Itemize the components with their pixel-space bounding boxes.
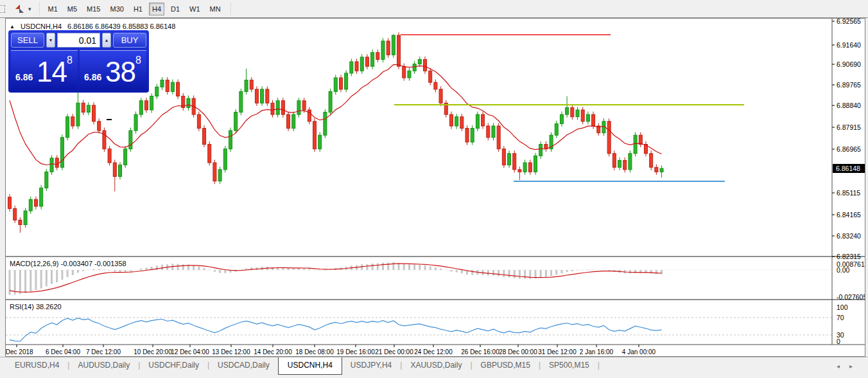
candle-body (223, 149, 227, 170)
candle-body (139, 101, 143, 114)
candle-body (518, 170, 521, 172)
chart-ohlc-values: 6.86186 6.86439 6.85883 6.86148 (67, 22, 175, 30)
volume-increase-button[interactable]: ▴ (102, 33, 111, 48)
candle-body (560, 114, 563, 123)
candle-body (566, 107, 569, 114)
candle-body (639, 135, 642, 144)
candle-body (581, 110, 584, 122)
volume-decrease-button[interactable]: ▾ (46, 33, 55, 48)
candle-body (150, 96, 153, 110)
toolbar-dropdown-caret-icon[interactable]: ▾ (28, 6, 31, 12)
chart-symbol-title: USDCNH,H4 (21, 22, 62, 30)
rsi-line (10, 318, 662, 341)
candle-body (134, 114, 137, 130)
candle-body (502, 149, 505, 165)
candle-body (365, 57, 369, 66)
macd-axis-label: 0.00 (837, 266, 850, 274)
candle-body (302, 101, 306, 110)
timeframe-button-mn[interactable]: MN (207, 3, 224, 15)
date-axis-label: 2 Jan 16:00 (580, 348, 614, 356)
tab-usdcnh-h4[interactable]: USDCNH,H4 (278, 357, 342, 375)
timeframe-button-h4[interactable]: H4 (149, 3, 164, 15)
date-axis-label: 10 Dec 20:00 (134, 348, 172, 356)
tab-usdchf-daily[interactable]: USDCHF,Daily (140, 357, 207, 374)
candle-body (266, 89, 269, 103)
rsi-axis-label: 70 (837, 314, 844, 321)
candle-body (271, 103, 274, 114)
volume-input[interactable] (57, 33, 100, 48)
candle-body (371, 53, 374, 66)
price-axis-label: 6.90690 (837, 60, 861, 68)
timeframe-button-w1[interactable]: W1 (186, 3, 204, 15)
candle-body (29, 199, 32, 211)
buy-price-box[interactable]: 6.86 38 8 (80, 50, 146, 90)
macd-indicator-label: MACD(12,26,9) -0.003407 -0.001358 (10, 260, 126, 267)
timeframe-button-h1[interactable]: H1 (130, 3, 146, 15)
candle-body (8, 197, 12, 209)
buy-price-big: 38 (105, 56, 135, 88)
candle-body (144, 101, 148, 110)
sell-button[interactable]: SELL (11, 33, 44, 48)
candle-body (19, 220, 22, 224)
tab-xauusd-daily[interactable]: XAUUSD,Daily (402, 357, 470, 374)
candle-body (118, 165, 121, 177)
candle-body (292, 114, 295, 128)
mt4-window: ▾ M1M5M15M30H1H4D1W1MN 6.925656.916406.9… (0, 0, 868, 378)
candle-body (197, 114, 200, 128)
candle-body (103, 130, 106, 149)
candle-body (203, 129, 206, 145)
candle-body (476, 114, 479, 128)
price-axis-label: 6.89765 (837, 81, 861, 89)
candle-body (281, 101, 284, 114)
tab-divider: | (598, 357, 600, 370)
date-axis-label: 18 Dec 08:00 (295, 348, 334, 356)
candle-body (397, 35, 401, 66)
candle-body (413, 64, 416, 71)
candle-body (276, 101, 279, 114)
price-axis-label: 6.85115 (837, 189, 860, 197)
candle-body (623, 161, 627, 170)
one-click-trading-panel: SELL ▾ ▴ BUY 6.86 14 8 6.86 38 8 (8, 30, 149, 93)
selection-box-icon[interactable] (0, 5, 5, 13)
date-axis-label: 26 Dec 16:00 (461, 348, 499, 356)
candle-body (528, 163, 532, 172)
sell-price-big: 14 (37, 56, 67, 88)
tab-eurusd-h4[interactable]: EURUSD,H4 (6, 357, 67, 374)
candle-body (60, 138, 64, 167)
candle-body (155, 87, 159, 96)
price-axis-label: 6.86965 (837, 145, 861, 153)
candle-body (166, 80, 169, 92)
timeframe-button-m1[interactable]: M1 (45, 3, 61, 15)
candle-body (355, 62, 358, 71)
candle-body (439, 89, 442, 103)
sell-price-box[interactable]: 6.86 14 8 (11, 50, 78, 90)
candle-body (534, 156, 537, 172)
buy-button[interactable]: BUY (113, 33, 146, 48)
candle-body (424, 59, 427, 71)
tick-arrows-icon[interactable] (14, 4, 27, 14)
date-axis-label: 21 Dec 00:00 (375, 348, 413, 356)
candle-body (482, 114, 485, 126)
candle-body (634, 135, 637, 154)
tab-scroll-left-icon[interactable]: ◂ (837, 363, 840, 370)
tab-usdcad-daily[interactable]: USDCAD,Daily (209, 357, 278, 374)
candle-body (24, 211, 27, 224)
candle-body (318, 135, 322, 148)
candle-body (350, 62, 353, 73)
candle-body (329, 91, 332, 112)
tab-audusd-daily[interactable]: AUDUSD,Daily (69, 357, 138, 374)
timeframe-button-m5[interactable]: M5 (64, 3, 80, 15)
timeframe-button-m30[interactable]: M30 (107, 3, 127, 15)
tab-usdjpy-h4[interactable]: USDJPY,H4 (342, 357, 400, 374)
candle-body (497, 126, 500, 149)
timeframe-button-m15[interactable]: M15 (83, 3, 103, 15)
chart-window: 6.925656.916406.906906.897656.888406.879… (5, 18, 865, 357)
date-axis-label: 28 Dec 00:00 (499, 348, 537, 356)
tab-sp500-m15[interactable]: SP500,M15 (541, 357, 598, 374)
price-axis-label: 6.83240 (837, 232, 861, 240)
timeframe-group: M1M5M15M30H1H4D1W1MN (45, 3, 224, 15)
candle-body (571, 107, 574, 116)
tab-scroll-right-icon[interactable]: ▸ (849, 363, 853, 370)
tab-gbpusd-m15[interactable]: GBPUSD,M15 (473, 357, 539, 374)
timeframe-button-d1[interactable]: D1 (168, 3, 183, 15)
